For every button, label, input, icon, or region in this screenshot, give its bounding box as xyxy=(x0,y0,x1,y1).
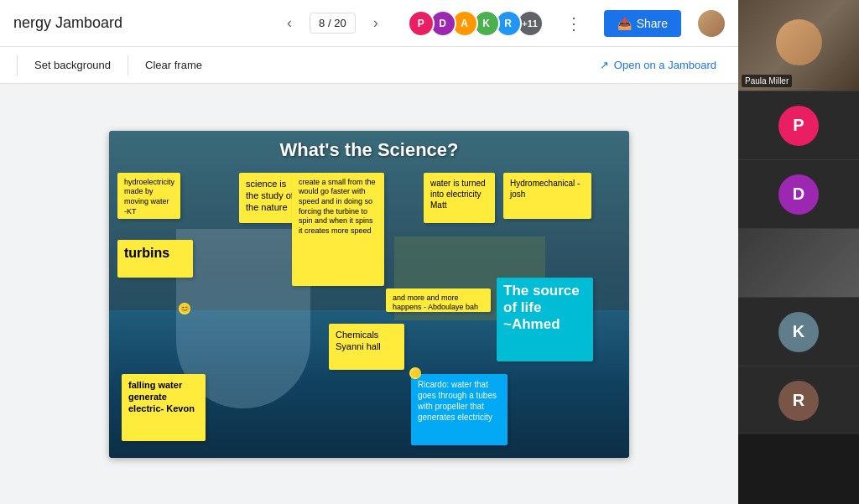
sticky-note-2-text: science is the study of the nature xyxy=(246,179,294,213)
user-avatar[interactable] xyxy=(698,10,725,37)
share-button[interactable]: 📤 Share xyxy=(604,10,681,37)
sticky-note-6[interactable]: turbins xyxy=(117,240,193,278)
sticky-note-7-text: and more and more happens - Abdoulaye ba… xyxy=(393,294,478,312)
collaborators-avatars: P D A K R +11 xyxy=(413,10,544,37)
nav-controls: ‹ 8 / 20 › xyxy=(276,10,389,37)
share-label: Share xyxy=(637,17,668,30)
participant-tile-4: K xyxy=(738,297,859,366)
sticky-note-9[interactable]: Chemicals Syanni hall xyxy=(329,324,404,370)
participant-tile-1: P xyxy=(738,91,859,159)
sticky-note-7[interactable]: and more and more happens - Abdoulaye ba… xyxy=(386,288,491,312)
sticky-note-3-text: create a small from the would go faster … xyxy=(299,178,376,235)
main-user-face xyxy=(776,19,822,65)
participant-avatar-1: P xyxy=(778,106,819,146)
divider-1 xyxy=(17,55,18,75)
divider-2 xyxy=(128,55,128,75)
open-on-jamboard-button[interactable]: ↗ Open on a Jamboard xyxy=(591,54,725,76)
main-user-label: Paula Miller xyxy=(742,75,792,87)
emoji-marker-2: 🟡 xyxy=(409,367,421,379)
sticky-note-10[interactable]: falling water generate electric- Kevon xyxy=(122,374,206,441)
open-jamboard-icon: ↗ xyxy=(600,59,609,71)
main-video-tile: Paula Miller xyxy=(738,0,859,91)
set-background-button[interactable]: Set background xyxy=(24,54,121,76)
sticky-note-11[interactable]: Ricardo: water that goes through a tubes… xyxy=(411,374,508,445)
page-indicator: 8 / 20 xyxy=(310,13,356,34)
open-jamboard-label: Open on a Jamboard xyxy=(614,59,716,71)
video-sidebar: Paula Miller P D K R xyxy=(738,0,859,504)
sticky-note-1-text: hydroelectricity made by moving water -K… xyxy=(124,178,174,216)
participant-avatar-4: K xyxy=(778,312,819,352)
next-page-button[interactable]: › xyxy=(362,10,389,37)
participant-avatar-5: R xyxy=(778,381,819,421)
frame-title: What's the Science? xyxy=(279,139,458,161)
participant-video-3 xyxy=(738,229,859,297)
participant-tile-3 xyxy=(738,228,859,297)
sticky-note-11-text: Ricardo: water that goes through a tubes… xyxy=(418,380,497,422)
share-icon: 📤 xyxy=(617,17,632,30)
sticky-note-5[interactable]: Hydromechanical - josh xyxy=(503,173,591,219)
sticky-note-8[interactable]: The source of life ~Ahmed xyxy=(497,278,593,361)
top-toolbar: nergy Jamboard ‹ 8 / 20 › P D A K R +11 … xyxy=(0,0,738,47)
secondary-toolbar: Set background Clear frame ↗ Open on a J… xyxy=(0,47,738,84)
sticky-note-9-text: Chemicals Syanni hall xyxy=(336,330,381,351)
set-background-label: Set background xyxy=(34,59,111,71)
prev-page-button[interactable]: ‹ xyxy=(276,10,303,37)
more-options-button[interactable]: ⋮ xyxy=(560,10,587,37)
clear-frame-label: Clear frame xyxy=(145,59,202,71)
sticky-note-3[interactable]: create a small from the would go faster … xyxy=(292,173,384,286)
participant-tile-2: D xyxy=(738,159,859,228)
sticky-note-10-text: falling water generate electric- Kevon xyxy=(128,380,195,414)
canvas-area: What's the Science? hydroelectricity mad… xyxy=(0,84,738,504)
sticky-note-5-text: Hydromechanical - josh xyxy=(510,179,580,199)
sticky-note-4[interactable]: water is turned into electricity Matt xyxy=(424,173,495,223)
participant-avatar-2: D xyxy=(778,174,819,215)
jamboard-frame[interactable]: What's the Science? hydroelectricity mad… xyxy=(109,131,629,458)
emoji-marker-1: 😊 xyxy=(179,303,190,314)
sticky-note-4-text: water is turned into electricity Matt xyxy=(430,179,486,210)
clear-frame-button[interactable]: Clear frame xyxy=(135,54,212,76)
app-title: nergy Jamboard xyxy=(13,14,122,32)
sticky-note-6-text: turbins xyxy=(124,246,169,260)
sticky-note-8-text: The source of life ~Ahmed xyxy=(503,283,580,333)
sticky-note-1[interactable]: hydroelectricity made by moving water -K… xyxy=(117,173,180,219)
participant-tile-5: R xyxy=(738,366,859,434)
avatar-1: P xyxy=(408,10,435,37)
